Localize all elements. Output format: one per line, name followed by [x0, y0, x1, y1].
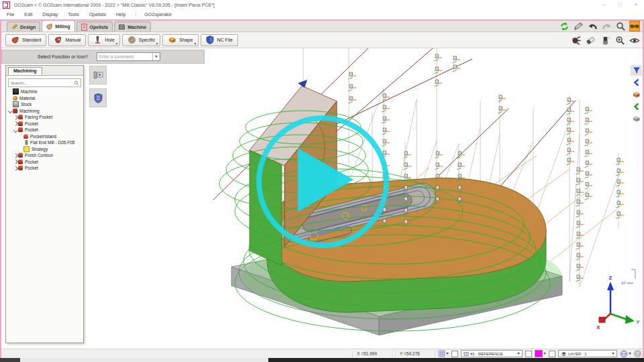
- maximize-button[interactable]: □: [612, 0, 628, 9]
- pocket-icon: [18, 160, 23, 164]
- menu-help[interactable]: Help: [116, 12, 125, 17]
- view-sphere-button[interactable]: [620, 350, 631, 358]
- grid-icon: [438, 350, 445, 357]
- design-pencil-icon: [11, 23, 18, 31]
- sync-icon[interactable]: [559, 21, 570, 32]
- filter-icon[interactable]: [631, 65, 642, 76]
- nc-file-button[interactable]: NC File: [201, 34, 238, 46]
- pocket-icon: [18, 127, 23, 132]
- layers-icon: [561, 351, 567, 357]
- standard-button[interactable]: Standard: [5, 34, 46, 46]
- tool-shield-button[interactable]: [89, 88, 107, 107]
- hole-icon: [93, 36, 102, 44]
- expand-arrow-icon[interactable]: [13, 116, 18, 119]
- expand-arrow-icon[interactable]: [13, 167, 18, 170]
- grid-toggle-button[interactable]: [438, 350, 449, 357]
- hole-button[interactable]: Hole: [88, 34, 119, 46]
- frame-accent-left: [0, 19, 1, 358]
- toolset-icon[interactable]: [570, 35, 581, 46]
- caliper-icon[interactable]: [573, 21, 584, 32]
- menu-edit[interactable]: Edit: [24, 12, 32, 17]
- color-checkbox[interactable]: [525, 351, 532, 357]
- tree-item-flat-end-mill-d05-f05[interactable]: Flat End Mill - D05.F05: [6, 139, 83, 146]
- material-icon: [13, 96, 17, 101]
- search-input[interactable]: [9, 80, 74, 86]
- video-progress-remaining[interactable]: [268, 358, 644, 362]
- tree-item-finish-contour[interactable]: Finish Contour: [6, 152, 83, 159]
- globe-icon: [620, 350, 628, 358]
- collapse-arrow-icon[interactable]: [8, 109, 13, 113]
- right-dock: [631, 65, 642, 124]
- title-bar: GO2cam < © GO2cam International 2009 - 2…: [0, 0, 644, 9]
- eraser-icon[interactable]: [585, 35, 596, 46]
- help-button[interactable]: ?: [634, 350, 641, 357]
- simulation-button[interactable]: [89, 66, 107, 84]
- pocket-icon: [18, 115, 23, 119]
- collapse-arrow-icon[interactable]: [13, 129, 18, 132]
- axis-y-label: Y: [636, 319, 640, 325]
- menu-go2operator[interactable]: GO2operator: [136, 12, 172, 17]
- video-progress-played[interactable]: [0, 358, 20, 362]
- tab-milling[interactable]: Milling: [42, 20, 74, 32]
- menu-opelists[interactable]: Opelists: [89, 12, 106, 17]
- tab-machining[interactable]: Machining: [8, 67, 42, 75]
- plane-checkbox[interactable]: [451, 351, 458, 357]
- chevron-down-icon[interactable]: [152, 53, 160, 60]
- pocket-icon: [18, 153, 23, 158]
- video-progress-track[interactable]: [20, 358, 268, 362]
- machining-tree: MachineMaterialStockMachiningFacing Pock…: [6, 88, 83, 172]
- panel-tabstrip: Machining: [6, 66, 83, 76]
- frame-accent-top: [0, 19, 644, 21]
- specific-button[interactable]: Specific: [122, 34, 161, 46]
- close-button[interactable]: ×: [628, 0, 644, 9]
- expand-arrow-icon[interactable]: [13, 160, 18, 164]
- scale-ruler: 10 mm: [621, 269, 635, 285]
- machine-icon: [118, 23, 125, 31]
- expand-arrow-icon[interactable]: [13, 154, 18, 158]
- tree-search-box[interactable]: [8, 78, 81, 87]
- tree-item-pocket[interactable]: Pocket: [6, 159, 83, 166]
- tree-item-pocket[interactable]: Pocket: [6, 121, 83, 127]
- quick-icons-row1: [559, 21, 640, 32]
- current-color-swatch: [535, 350, 543, 357]
- tree-item-stock[interactable]: Stock: [6, 101, 83, 108]
- prev-step-green-icon[interactable]: [631, 101, 642, 112]
- eye-rotate-icon[interactable]: [629, 35, 640, 46]
- minimize-button[interactable]: –: [596, 0, 612, 9]
- stock-box-icon[interactable]: [631, 113, 642, 124]
- panel-side-buttons: [89, 66, 107, 107]
- plane-select[interactable]: #1 : REFERENCE: [461, 350, 523, 357]
- clean-icon[interactable]: [600, 35, 610, 46]
- color-swatch-button[interactable]: [535, 350, 546, 357]
- manual-button[interactable]: Manual: [48, 34, 86, 46]
- part-box-icon[interactable]: [631, 89, 642, 100]
- undo-icon[interactable]: [587, 21, 598, 32]
- command-bar: Select Function or Icon? Enter a command: [1, 50, 205, 64]
- machine-icon: [13, 88, 19, 95]
- prev-step-blue-icon[interactable]: [631, 77, 642, 88]
- layer-checkbox[interactable]: [549, 351, 555, 357]
- menu-tools[interactable]: Tools: [68, 12, 78, 17]
- menu-display[interactable]: Display: [42, 12, 58, 17]
- tree-item-material[interactable]: Material: [6, 95, 83, 102]
- menu-file[interactable]: File: [7, 12, 14, 17]
- redo-icon[interactable]: [601, 21, 612, 32]
- tree-item-pocket[interactable]: Pocket: [6, 127, 83, 133]
- tree-item-machine[interactable]: Machine: [6, 88, 83, 95]
- shape-button[interactable]: Shape: [162, 34, 198, 46]
- expand-arrow-icon[interactable]: [13, 122, 18, 125]
- tab-opelists[interactable]: Opelists: [76, 21, 113, 32]
- tree-item-strategy[interactable]: Strategy: [6, 146, 83, 153]
- zoom-plus-icon[interactable]: [614, 35, 625, 46]
- machining-icon: [13, 109, 17, 113]
- tree-item-machining[interactable]: Machining: [6, 108, 83, 115]
- tab-machine[interactable]: Machine: [114, 21, 151, 32]
- tree-item-pocket-island[interactable]: Pocket/Island: [6, 133, 83, 140]
- layer-select[interactable]: LAYER : 1: [558, 350, 617, 357]
- glasses-icon[interactable]: [629, 21, 640, 32]
- zoom-icon[interactable]: [615, 21, 626, 32]
- tab-design[interactable]: Design: [7, 21, 40, 32]
- command-input[interactable]: Enter a command: [97, 52, 160, 61]
- tree-item-pocket[interactable]: Pocket: [6, 165, 83, 172]
- tree-item-facing-pocket[interactable]: Facing Pocket: [6, 114, 83, 121]
